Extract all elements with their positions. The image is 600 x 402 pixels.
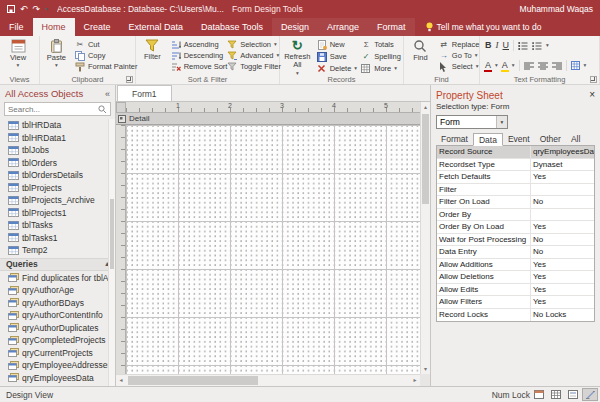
property-value[interactable]: No Locks ▾ [531, 309, 594, 322]
navigation-pane-header[interactable]: All Access Objects « [0, 85, 115, 102]
tab-file[interactable]: File [0, 18, 33, 36]
property-row[interactable]: Filter On Load No ▾ [437, 196, 594, 209]
property-value[interactable]: Yes ▾ [531, 259, 594, 271]
align-right-icon[interactable] [552, 62, 562, 70]
tab-database-tools[interactable]: Database Tools [192, 18, 272, 36]
nav-query-item[interactable]: qryEmployeeAddresses [0, 359, 115, 372]
close-icon[interactable]: × [589, 90, 595, 100]
nav-query-item[interactable]: qryEmployeesData [0, 372, 115, 385]
design-view-button[interactable] [582, 388, 598, 401]
undo-icon[interactable]: ↶ [20, 5, 28, 14]
descending-button[interactable]: Descending [169, 50, 223, 61]
form-view-button[interactable] [531, 388, 547, 401]
nav-table-item[interactable]: tblHRData1 [0, 132, 115, 145]
go-to-button[interactable]: → Go To ▾ [437, 50, 477, 61]
nav-section-queries[interactable]: Queries ▴ [0, 258, 115, 271]
remove-sort-button[interactable]: Remove Sort [169, 61, 223, 72]
save-icon[interactable] [7, 5, 15, 13]
layout-view-button[interactable] [565, 388, 581, 401]
property-row[interactable]: Filter ▾ [437, 184, 594, 197]
property-value[interactable]: No ▾ [531, 196, 594, 208]
property-row[interactable]: Data Entry No ▾ [437, 246, 594, 259]
nav-query-item[interactable]: qryAuthorContentInfo [0, 309, 115, 322]
italic-button[interactable]: I [496, 41, 499, 50]
tab-create[interactable]: Create [75, 18, 120, 36]
property-row[interactable]: Order By On Load Yes ▾ [437, 221, 594, 234]
property-row[interactable]: Allow Edits Yes ▾ [437, 284, 594, 297]
property-row[interactable]: Wait for Post Processing No ▾ [437, 234, 594, 247]
tab-external-data[interactable]: External Data [120, 18, 193, 36]
search-input[interactable] [8, 105, 98, 114]
tab-format[interactable]: Format [368, 18, 415, 36]
gridlines-icon[interactable] [571, 61, 580, 70]
nav-table-item[interactable]: tblTasks [0, 219, 115, 232]
select-button[interactable]: Select ▾ [437, 61, 477, 72]
chevron-down-icon[interactable]: ▾ [496, 116, 507, 128]
document-tab-form1[interactable]: Form1 [117, 85, 172, 101]
advanced-button[interactable]: Advanced ▾ [225, 50, 277, 61]
property-value[interactable]: Yes ▾ [531, 296, 594, 308]
numbering-icon[interactable] [532, 42, 542, 50]
datasheet-view-button[interactable] [548, 388, 564, 401]
property-row[interactable]: Allow Filters Yes ▾ [437, 296, 594, 309]
bullets-icon[interactable] [518, 42, 528, 50]
align-center-icon[interactable] [538, 62, 548, 70]
nav-table-item[interactable]: tblProjects [0, 182, 115, 195]
property-row[interactable]: Recordset Type Dynaset ▾ [437, 159, 594, 172]
qat-customize-icon[interactable]: ▾ [45, 6, 48, 12]
nav-scrollbar-thumb[interactable] [110, 199, 114, 269]
view-button[interactable]: View ▾ [2, 37, 34, 74]
property-row[interactable]: Record Source qryEmployeesData ▾ [437, 146, 594, 159]
new-record-button[interactable]: New [315, 39, 358, 50]
selection-combo[interactable]: Form ▾ [436, 115, 508, 129]
nav-query-item[interactable]: qryCompletedProjects [0, 334, 115, 347]
property-row[interactable]: Order By ▾ [437, 209, 594, 222]
ascending-button[interactable]: Ascending [169, 39, 223, 50]
ptab-data[interactable]: Data [473, 133, 503, 146]
delete-record-button[interactable]: Delete ▾ [315, 63, 358, 74]
save-record-button[interactable]: Save [315, 51, 358, 62]
ptab-event[interactable]: Event [503, 133, 535, 145]
tab-arrange[interactable]: Arrange [318, 18, 368, 36]
property-value[interactable]: qryEmployeesData ▾ [531, 146, 594, 158]
nav-table-item[interactable]: tblProjects_Archive [0, 194, 115, 207]
property-value[interactable]: Yes ▾ [531, 221, 594, 233]
property-value[interactable]: Yes ▾ [531, 271, 594, 283]
horizontal-scrollbar-thumb[interactable] [128, 376, 258, 385]
nav-query-item[interactable]: Find duplicates for tblAuthors [0, 272, 115, 285]
property-value[interactable]: ▾ [531, 209, 594, 221]
align-left-icon[interactable] [524, 62, 534, 70]
ptab-other[interactable]: Other [535, 133, 566, 145]
user-name[interactable]: Muhammad Waqas [520, 4, 593, 14]
nav-table-item[interactable]: tblHRData [0, 119, 115, 132]
totals-button[interactable]: Σ Totals [359, 39, 401, 50]
form-design-grid[interactable] [126, 125, 420, 374]
property-value[interactable]: No ▾ [531, 246, 594, 258]
detail-section-bar[interactable]: Detail [116, 113, 420, 125]
horizontal-ruler[interactable]: 12345 [126, 102, 420, 113]
filter-button[interactable]: Filter [138, 37, 167, 74]
nav-query-item[interactable]: qryAuthorBDays [0, 297, 115, 310]
spelling-button[interactable]: ✓ Spelling [359, 51, 401, 62]
refresh-all-button[interactable]: ↻ Refresh All ▾ [282, 37, 313, 76]
font-color-button[interactable]: A [485, 61, 491, 70]
nav-query-item[interactable]: qryAuthorDuplicates [0, 322, 115, 335]
horizontal-scrollbar[interactable]: ◂ ▸ [116, 374, 420, 386]
vertical-scrollbar[interactable]: ▴ ▾ [420, 102, 430, 374]
property-row[interactable]: Record Locks No Locks ▾ [437, 309, 594, 322]
nav-table-item[interactable]: tblOrdersDetails [0, 169, 115, 182]
format-painter-button[interactable]: Format Painter [73, 61, 133, 72]
replace-button[interactable]: ⇄ Replace [437, 39, 477, 50]
scroll-down-icon[interactable]: ▾ [421, 364, 430, 374]
section-selector-icon[interactable] [118, 115, 126, 123]
nav-table-item[interactable]: Temp2 [0, 244, 115, 257]
vertical-ruler[interactable] [116, 125, 126, 374]
bold-button[interactable]: B [485, 41, 492, 50]
redo-icon[interactable]: ↷ [33, 5, 41, 14]
nav-query-item[interactable]: qryAuthorAge [0, 284, 115, 297]
property-value[interactable]: Yes ▾ [531, 171, 594, 183]
property-value[interactable]: No ▾ [531, 234, 594, 246]
tell-me-box[interactable]: Tell me what you want to do [418, 18, 550, 36]
vertical-scrollbar-thumb[interactable] [422, 114, 429, 204]
ptab-all[interactable]: All [566, 133, 585, 145]
